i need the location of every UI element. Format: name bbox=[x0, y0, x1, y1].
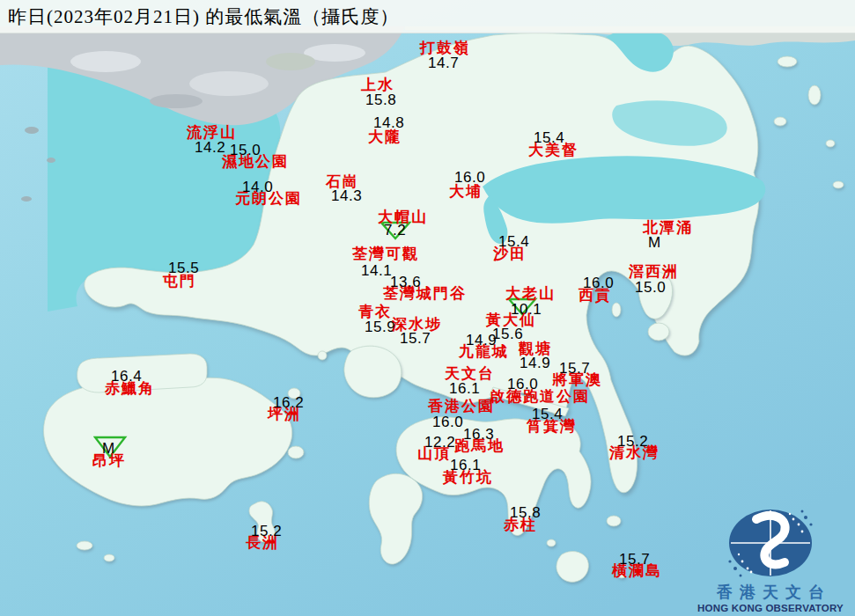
station-value: 15.6 bbox=[492, 326, 523, 341]
po-toi-island bbox=[556, 552, 588, 583]
station-value: 16.1 bbox=[449, 381, 480, 396]
station-label: 大老山 bbox=[505, 286, 556, 301]
station-value: 13.6 bbox=[390, 275, 421, 290]
station-value: 14.9 bbox=[520, 356, 550, 370]
station-value: 12.2 bbox=[424, 435, 455, 450]
station-value: 15.8 bbox=[510, 505, 541, 520]
station-value: 15.7 bbox=[559, 361, 590, 376]
ne-islet bbox=[826, 140, 835, 147]
kiu-tsui-island bbox=[612, 303, 621, 317]
station-label: 打鼓嶺 bbox=[420, 40, 470, 55]
ma-wan-island bbox=[318, 351, 327, 360]
station-label: 滘西洲 bbox=[629, 264, 679, 279]
station-label: 大隴 bbox=[368, 129, 402, 144]
station-value: 15.4 bbox=[532, 407, 563, 422]
station-value: 16.0 bbox=[507, 377, 538, 392]
station-value: 15.4 bbox=[534, 130, 564, 145]
station-value: M bbox=[102, 441, 115, 456]
kau-sai-south-island bbox=[648, 323, 669, 341]
station-value: 16.0 bbox=[583, 275, 614, 290]
ping-chau-islet bbox=[833, 181, 844, 188]
station-value: 15.4 bbox=[498, 234, 529, 249]
station-value: M bbox=[648, 235, 661, 250]
station-value: 16.2 bbox=[273, 395, 304, 410]
station-value: 15.8 bbox=[365, 92, 396, 107]
crooked-island bbox=[778, 56, 797, 67]
beaufort-islet bbox=[547, 539, 556, 546]
title-bar: 昨日(2023年02月21日) 的最低氣溫（攝氏度） bbox=[0, 0, 855, 33]
station-label: 流浮山 bbox=[187, 125, 237, 140]
station-value: 15.0 bbox=[230, 143, 261, 158]
map-title: 昨日(2023年02月21日) 的最低氣溫（攝氏度） bbox=[0, 4, 399, 29]
station-value: 15.5 bbox=[168, 260, 199, 275]
station-label: 香港公園 bbox=[428, 399, 495, 414]
hko-logo: 香港天文台 HONG KONG OBSERVATORY bbox=[693, 507, 848, 614]
station-value: 14.9 bbox=[466, 333, 497, 348]
station-label: 大埔 bbox=[449, 184, 483, 199]
station-value: 16.0 bbox=[454, 170, 485, 185]
station-value: 14.7 bbox=[428, 55, 459, 70]
min-temperature-map-screen: 昨日(2023年02月21日) 的最低氣溫（攝氏度） 打鼓嶺14.7上水15.8… bbox=[0, 0, 855, 616]
station-value: 16.0 bbox=[432, 414, 463, 429]
hei-ling-chau-island bbox=[288, 446, 304, 458]
station-value: 16.1 bbox=[450, 458, 481, 473]
station-value: 15.2 bbox=[617, 434, 648, 449]
soko-islet bbox=[104, 554, 114, 561]
soko-island bbox=[77, 541, 92, 550]
hko-logo-name-en: HONG KONG OBSERVATORY bbox=[693, 602, 848, 614]
station-label: 上水 bbox=[361, 77, 394, 92]
station-label: 荃灣可觀 bbox=[352, 246, 419, 261]
station-label: 北潭涌 bbox=[643, 220, 693, 235]
station-value: 14.0 bbox=[242, 180, 273, 194]
ap-chau-islet bbox=[774, 117, 786, 126]
station-value: 15.7 bbox=[400, 331, 431, 346]
station-value: 14.1 bbox=[361, 263, 392, 278]
station-value: 16.4 bbox=[111, 369, 142, 384]
station-value: 15.2 bbox=[251, 524, 282, 539]
station-value: 15.7 bbox=[619, 552, 650, 567]
station-value: 14.3 bbox=[331, 188, 362, 203]
station-label: 青衣 bbox=[358, 304, 392, 319]
station-value: 14.8 bbox=[373, 115, 404, 130]
station-label: 啟德跑道公園 bbox=[490, 389, 590, 404]
station-value: 16.3 bbox=[463, 427, 494, 442]
station-label: 天文台 bbox=[445, 366, 495, 381]
hko-logo-name-cn: 香港天文台 bbox=[700, 583, 848, 602]
station-value: 15.0 bbox=[635, 280, 666, 295]
tung-lung-island bbox=[607, 516, 621, 526]
station-value: 14.2 bbox=[195, 140, 225, 155]
double-island bbox=[808, 85, 821, 105]
hko-logo-icon bbox=[725, 507, 816, 579]
tsing-yi-island bbox=[344, 346, 402, 398]
station-value: 7.2 bbox=[384, 223, 406, 238]
station-value: 15.9 bbox=[365, 319, 395, 334]
